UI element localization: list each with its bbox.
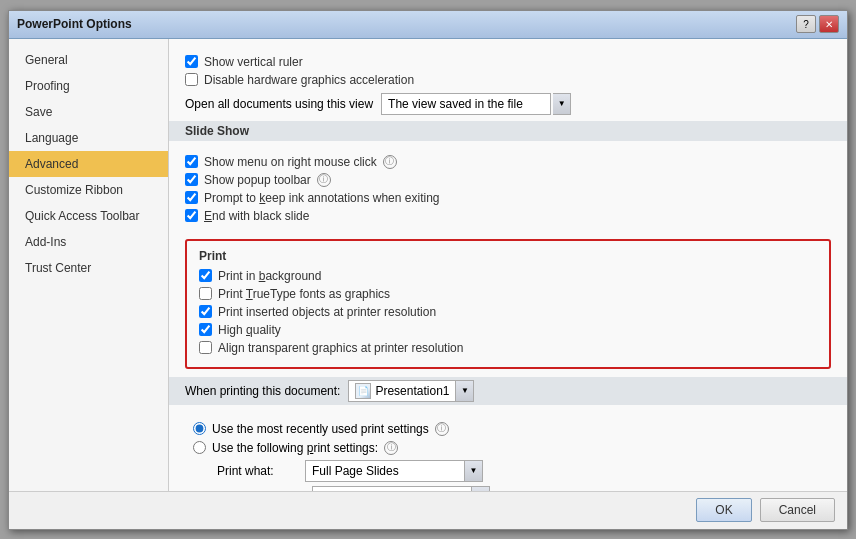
show-menu-label: Show menu on right mouse click — [204, 155, 377, 169]
most-recent-label: Use the most recently used print setting… — [212, 422, 429, 436]
sidebar-item-save[interactable]: Save — [9, 99, 168, 125]
print-truetype-checkbox[interactable] — [199, 287, 212, 300]
sidebar-item-language[interactable]: Language — [9, 125, 168, 151]
print-what-label: Print what: — [217, 464, 297, 478]
following-info-icon[interactable]: ⓘ — [384, 441, 398, 455]
title-bar-buttons: ? ✕ — [796, 15, 839, 33]
end-black-label: End with black slide — [204, 209, 309, 223]
option-show-popup: Show popup toolbar ⓘ — [185, 173, 831, 187]
radio-most-recent: Use the most recently used print setting… — [193, 422, 831, 436]
when-printing-label: When printing this document: — [185, 384, 340, 398]
slideshow-header: Slide Show — [169, 121, 847, 141]
cancel-button[interactable]: Cancel — [760, 498, 835, 522]
dialog-title: PowerPoint Options — [17, 17, 132, 31]
powerpointoptions-dialog: PowerPoint Options ? ✕ General Proofing … — [8, 10, 848, 530]
sidebar-item-advanced[interactable]: Advanced — [9, 151, 168, 177]
high-quality-label: High quality — [218, 323, 281, 337]
align-transparent-checkbox[interactable] — [199, 341, 212, 354]
slideshow-title: Slide Show — [185, 124, 249, 140]
print-what-row: Print what: Full Page Slides ▼ — [217, 460, 831, 482]
print-truetype-label: Print TrueType fonts as graphics — [218, 287, 390, 301]
open-docs-row: Open all documents using this view The v… — [185, 93, 831, 115]
main-content: Show vertical ruler Disable hardware gra… — [169, 39, 847, 491]
print-what-value[interactable]: Full Page Slides — [305, 460, 465, 482]
when-printing-value: Presentation1 — [375, 384, 449, 398]
sidebar-item-addins[interactable]: Add-Ins — [9, 229, 168, 255]
option-disable-hw: Disable hardware graphics acceleration — [185, 73, 831, 87]
end-black-checkbox[interactable] — [185, 209, 198, 222]
show-vertical-ruler-label: Show vertical ruler — [204, 55, 303, 69]
sidebar-item-customize[interactable]: Customize Ribbon — [9, 177, 168, 203]
open-docs-label: Open all documents using this view — [185, 97, 373, 111]
prompt-ink-label: Prompt to keep ink annotations when exit… — [204, 191, 439, 205]
when-printing-box[interactable]: 📄 Presentation1 — [348, 380, 456, 402]
sidebar: General Proofing Save Language Advanced … — [9, 39, 169, 491]
option-print-bg: Print in background — [199, 269, 817, 283]
option-end-black: End with black slide — [185, 209, 831, 223]
title-bar: PowerPoint Options ? ✕ — [9, 11, 847, 39]
option-print-inserted: Print inserted objects at printer resolu… — [199, 305, 817, 319]
close-button[interactable]: ✕ — [819, 15, 839, 33]
doc-icon: 📄 — [355, 383, 371, 399]
top-options: Show vertical ruler Disable hardware gra… — [185, 55, 831, 87]
ok-button[interactable]: OK — [696, 498, 751, 522]
when-printing-dropdown[interactable]: 📄 Presentation1 ▼ — [348, 380, 474, 402]
sidebar-item-proofing[interactable]: Proofing — [9, 73, 168, 99]
option-show-vertical-ruler: Show vertical ruler — [185, 55, 831, 69]
following-radio[interactable] — [193, 441, 206, 454]
show-popup-label: Show popup toolbar — [204, 173, 311, 187]
help-button[interactable]: ? — [796, 15, 816, 33]
show-vertical-ruler-checkbox[interactable] — [185, 55, 198, 68]
disable-hw-checkbox[interactable] — [185, 73, 198, 86]
sidebar-item-trustcenter[interactable]: Trust Center — [9, 255, 168, 281]
prompt-ink-checkbox[interactable] — [185, 191, 198, 204]
print-bg-checkbox[interactable] — [199, 269, 212, 282]
show-popup-info-icon[interactable]: ⓘ — [317, 173, 331, 187]
print-inserted-checkbox[interactable] — [199, 305, 212, 318]
option-print-truetype: Print TrueType fonts as graphics — [199, 287, 817, 301]
show-popup-checkbox[interactable] — [185, 173, 198, 186]
slideshow-options: Show menu on right mouse click ⓘ Show po… — [185, 147, 831, 231]
most-recent-info-icon[interactable]: ⓘ — [435, 422, 449, 436]
print-what-dropdown[interactable]: Full Page Slides ▼ — [305, 460, 483, 482]
option-prompt-ink: Prompt to keep ink annotations when exit… — [185, 191, 831, 205]
option-high-quality: High quality — [199, 323, 817, 337]
option-show-menu: Show menu on right mouse click ⓘ — [185, 155, 831, 169]
sidebar-item-quickaccess[interactable]: Quick Access Toolbar — [9, 203, 168, 229]
show-menu-info-icon[interactable]: ⓘ — [383, 155, 397, 169]
print-what-arrow[interactable]: ▼ — [465, 460, 483, 482]
print-section: Print Print in background Print TrueType… — [185, 239, 831, 369]
sidebar-item-general[interactable]: General — [9, 47, 168, 73]
option-align-transparent: Align transparent graphics at printer re… — [199, 341, 817, 355]
dialog-footer: OK Cancel — [9, 491, 847, 529]
dialog-body: General Proofing Save Language Advanced … — [9, 39, 847, 491]
open-docs-dropdown[interactable]: The view saved in the file ▼ — [381, 93, 571, 115]
radio-options: Use the most recently used print setting… — [185, 411, 831, 455]
print-inserted-label: Print inserted objects at printer resolu… — [218, 305, 436, 319]
print-bg-label: Print in background — [218, 269, 321, 283]
align-transparent-label: Align transparent graphics at printer re… — [218, 341, 463, 355]
when-printing-arrow[interactable]: ▼ — [456, 380, 474, 402]
disable-hw-label: Disable hardware graphics acceleration — [204, 73, 414, 87]
when-printing-bar: When printing this document: 📄 Presentat… — [169, 377, 847, 405]
show-menu-checkbox[interactable] — [185, 155, 198, 168]
print-section-title: Print — [199, 249, 817, 263]
high-quality-checkbox[interactable] — [199, 323, 212, 336]
radio-following: Use the following print settings: ⓘ — [193, 441, 831, 455]
following-label: Use the following print settings: — [212, 441, 378, 455]
open-docs-arrow[interactable]: ▼ — [553, 93, 571, 115]
open-docs-value[interactable]: The view saved in the file — [381, 93, 551, 115]
most-recent-radio[interactable] — [193, 422, 206, 435]
